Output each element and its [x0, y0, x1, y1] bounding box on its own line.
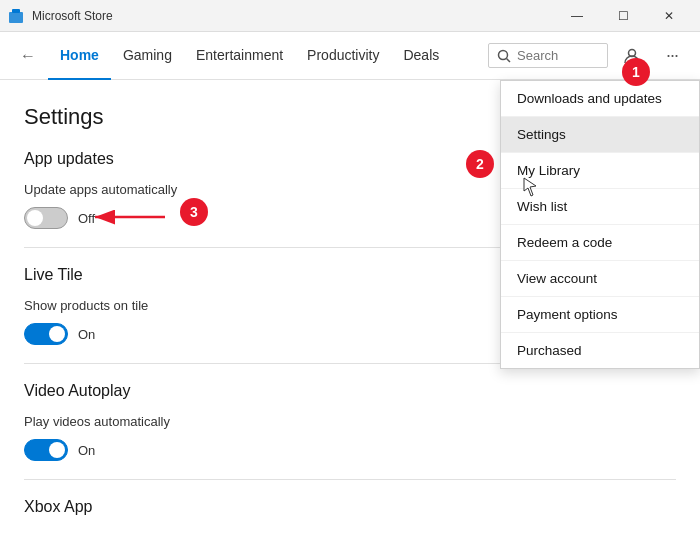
dropdown-payment[interactable]: Payment options	[501, 297, 699, 333]
auto-update-toggle[interactable]	[24, 207, 68, 229]
divider-3	[24, 479, 676, 480]
close-button[interactable]: ✕	[646, 0, 692, 32]
nav-home[interactable]: Home	[48, 32, 111, 80]
dropdown-wish-list[interactable]: Wish list	[501, 189, 699, 225]
svg-rect-0	[9, 12, 23, 23]
more-button[interactable]: ···	[656, 40, 688, 72]
svg-line-3	[507, 58, 511, 62]
user-icon	[623, 47, 641, 65]
show-products-toggle[interactable]	[24, 323, 68, 345]
title-bar: Microsoft Store — ☐ ✕	[0, 0, 700, 32]
user-button[interactable]	[616, 40, 648, 72]
nav-right: ···	[488, 40, 688, 72]
play-videos-toggle[interactable]	[24, 439, 68, 461]
dropdown-menu: Downloads and updates Settings My Librar…	[500, 80, 700, 369]
toggle-knob-2	[49, 326, 65, 342]
search-input[interactable]	[517, 48, 597, 63]
nav-gaming[interactable]: Gaming	[111, 32, 184, 80]
svg-point-2	[499, 50, 508, 59]
main-container: Settings App updates Update apps automat…	[0, 80, 700, 559]
nav-bar: ← Home Gaming Entertainment Productivity…	[0, 32, 700, 80]
title-bar-title: Microsoft Store	[32, 9, 113, 23]
nav-entertainment[interactable]: Entertainment	[184, 32, 295, 80]
nav-deals[interactable]: Deals	[391, 32, 451, 80]
play-videos-label: Play videos automatically	[24, 414, 676, 429]
auto-update-state: Off	[78, 211, 95, 226]
video-autoplay-title: Video Autoplay	[24, 382, 676, 400]
nav-productivity[interactable]: Productivity	[295, 32, 391, 80]
play-videos-state: On	[78, 443, 95, 458]
dropdown-settings[interactable]: Settings	[501, 117, 699, 153]
toggle-knob-3	[49, 442, 65, 458]
more-dots: ···	[666, 45, 678, 66]
show-products-state: On	[78, 327, 95, 342]
minimize-button[interactable]: —	[554, 0, 600, 32]
back-button[interactable]: ←	[12, 40, 44, 72]
title-bar-controls: — ☐ ✕	[554, 0, 692, 32]
dropdown-downloads[interactable]: Downloads and updates	[501, 81, 699, 117]
toggle-knob	[27, 210, 43, 226]
dropdown-purchased[interactable]: Purchased	[501, 333, 699, 368]
store-icon	[8, 8, 24, 24]
dropdown-my-library[interactable]: My Library	[501, 153, 699, 189]
play-videos-row: On	[24, 439, 676, 461]
nav-links: Home Gaming Entertainment Productivity D…	[48, 32, 484, 80]
xbox-app-title: Xbox App	[24, 498, 676, 516]
title-bar-left: Microsoft Store	[8, 8, 113, 24]
search-icon	[497, 49, 511, 63]
search-box[interactable]	[488, 43, 608, 68]
dropdown-view-account[interactable]: View account	[501, 261, 699, 297]
dropdown-redeem[interactable]: Redeem a code	[501, 225, 699, 261]
maximize-button[interactable]: ☐	[600, 0, 646, 32]
svg-rect-1	[12, 9, 20, 13]
